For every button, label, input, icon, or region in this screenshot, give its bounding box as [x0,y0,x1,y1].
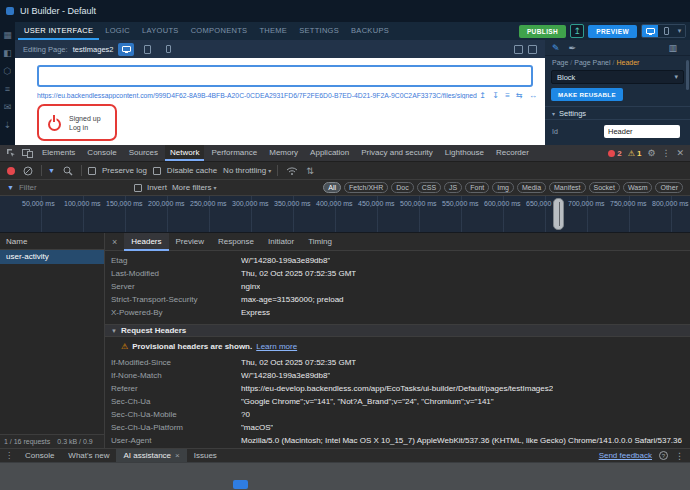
grid-toggle-icon[interactable] [528,45,537,54]
request-headers-section-header[interactable]: ▼ Request Headers [105,324,690,337]
edit-mode-icon[interactable]: ✎ [552,43,560,53]
tab-layouts[interactable]: LAYOUTS [136,22,185,40]
component-type-dropdown[interactable]: Block ▾ [551,70,684,84]
invert-checkbox[interactable] [134,184,142,192]
tab-recorder[interactable]: Recorder [491,145,534,161]
search-icon[interactable] [61,166,75,176]
network-conditions-icon[interactable] [284,166,300,175]
tab-settings[interactable]: SETTINGS [293,22,345,40]
filter-toggle-icon[interactable]: ▼ [48,167,55,174]
help-icon[interactable]: ? [659,451,668,460]
record-icon[interactable] [7,167,15,175]
device-toolbar-icon[interactable] [20,148,35,158]
drawer-overflow-icon[interactable]: ⋮ [675,451,684,461]
tab-memory[interactable]: Memory [264,145,303,161]
desktop-viewport-icon[interactable] [642,25,658,37]
clear-icon[interactable] [21,166,35,176]
tab-user-interface[interactable]: USER INTERFACE [18,22,99,40]
fit-canvas-icon[interactable] [514,45,523,54]
chip-img[interactable]: Img [492,182,514,193]
preserve-log-checkbox[interactable] [88,167,96,175]
drawer-tab-console[interactable]: Console [18,449,61,462]
frontend-icon[interactable]: ▦ [3,31,12,40]
drawer-tab-whats-new[interactable]: What's new [61,449,116,462]
chip-fetch-xhr[interactable]: Fetch/XHR [344,182,388,193]
chip-js[interactable]: JS [444,182,462,193]
make-reusable-button[interactable]: MAKE REUSABLE [551,88,623,101]
logic-icon[interactable]: ≡ [5,85,10,94]
upload-button[interactable]: ↥ [570,24,584,38]
tab-sources[interactable]: Sources [124,145,163,161]
image-url-text[interactable]: https://eu.backendlessappcontent.com/999… [37,92,477,99]
close-drawer-tab-icon[interactable]: × [175,449,180,462]
settings-section-header[interactable]: ▾ Settings [545,106,690,120]
chip-socket[interactable]: Socket [589,182,620,193]
drawer-tab-ai-assistance[interactable]: AI assistance × [116,449,186,462]
import-export-har-icon[interactable]: ⇅ [306,166,314,176]
throttling-select[interactable]: No throttling ▾ [223,166,271,175]
chip-all[interactable]: All [323,182,341,193]
tab-initiator[interactable]: Initiator [261,233,301,251]
warning-count-badge[interactable]: ⚠ 1 [628,149,642,158]
chip-other[interactable]: Other [655,182,683,193]
phone-preview-icon[interactable] [160,43,176,56]
breadcrumb-header[interactable]: Header [616,59,639,66]
files-icon[interactable]: ⇣ [4,121,12,130]
style-mode-icon[interactable]: ✒ [569,43,577,53]
design-canvas[interactable]: https://eu.backendlessappcontent.com/999… [15,58,545,145]
breadcrumb-page-panel[interactable]: Page Panel [574,59,610,66]
drawer-tab-issues[interactable]: Issues [187,449,224,462]
devtools-menu-icon[interactable]: ⋮ [661,148,670,158]
chip-media[interactable]: Media [517,182,546,193]
chip-css[interactable]: CSS [417,182,441,193]
theme-icon[interactable]: ◧ [3,49,12,58]
inspect-element-icon[interactable] [4,148,18,158]
tab-privacy-security[interactable]: Privacy and security [356,145,438,161]
error-count-badge[interactable]: 2 [608,149,621,158]
tab-preview[interactable]: Preview [169,233,211,251]
learn-more-link[interactable]: Learn more [256,342,297,351]
chevron-down-icon[interactable]: ▾ [674,25,685,37]
tab-components[interactable]: COMPONENTS [185,22,254,40]
desktop-preview-icon[interactable] [118,43,134,56]
chip-manifest[interactable]: Manifest [549,182,585,193]
chip-doc[interactable]: Doc [391,182,413,193]
chip-wasm[interactable]: Wasm [623,182,653,193]
tab-theme[interactable]: THEME [253,22,293,40]
disable-cache-checkbox[interactable] [153,167,161,175]
drawer-menu-icon[interactable]: ⋮ [0,451,18,460]
tab-headers[interactable]: Headers [124,233,168,251]
send-feedback-link[interactable]: Send feedback [599,451,652,460]
network-overview-timeline[interactable]: 50,000 ms 100,000 ms 150,000 ms 200,000 … [0,196,690,233]
tab-backups[interactable]: BACKUPS [345,22,395,40]
timeline-scrubber[interactable] [553,198,564,230]
preview-button[interactable]: PREVIEW [588,25,637,38]
panel-layout-icon[interactable]: ▥ [668,43,677,53]
scrollbar[interactable] [686,60,689,90]
tab-network[interactable]: Network [165,145,204,161]
name-column-header[interactable]: Name [0,233,104,250]
page-button[interactable] [233,480,248,489]
devtools-settings-icon[interactable]: ⚙ [647,148,655,158]
tab-lighthouse[interactable]: Lighthouse [440,145,489,161]
text-input-component[interactable] [37,65,533,87]
component-id-input[interactable] [604,125,680,138]
breadcrumb-page[interactable]: Page [552,59,568,66]
component-align-icons[interactable]: ↥ ↧ ≡ ⇆ ↔ [479,91,539,100]
tablet-preview-icon[interactable] [139,43,155,56]
signup-card-component[interactable]: Signed up Log in [37,104,117,141]
filter-input[interactable] [19,183,129,192]
tab-logic[interactable]: LOGIC [99,22,136,40]
tab-response[interactable]: Response [211,233,261,251]
close-detail-icon[interactable]: × [105,237,124,247]
phone-viewport-icon[interactable] [658,25,674,37]
publish-button[interactable]: PUBLISH [519,25,566,38]
messaging-icon[interactable]: ✉ [4,103,12,112]
data-icon[interactable]: ⬡ [4,67,12,76]
tab-application[interactable]: Application [305,145,354,161]
devtools-close-icon[interactable]: ✕ [676,148,684,158]
tab-console[interactable]: Console [82,145,121,161]
viewport-switcher[interactable]: ▾ [641,24,686,38]
tab-elements[interactable]: Elements [37,145,80,161]
request-row-selected[interactable]: user-activity [0,250,104,264]
